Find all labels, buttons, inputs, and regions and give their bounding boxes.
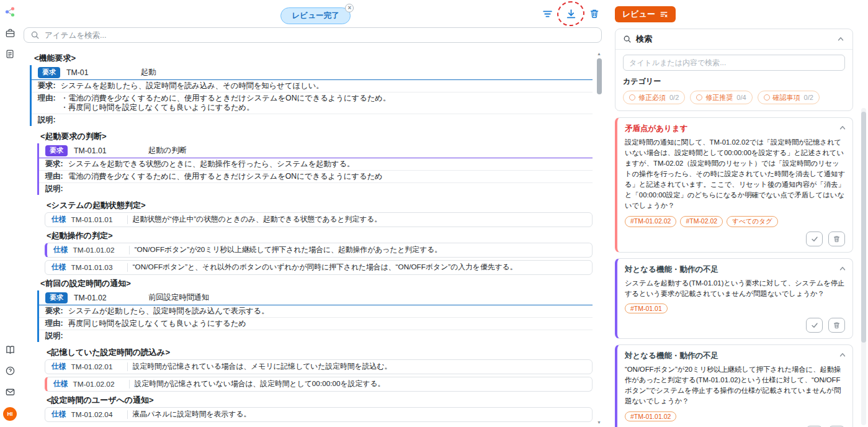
review-search-input[interactable] [623,55,845,71]
filter-count: 0/2 [804,94,813,101]
review-options-icon [660,10,668,19]
search-icon [623,35,632,43]
review-card-actions [625,318,845,333]
spec-id: TM-01.01.03 [71,263,122,272]
item-search-input[interactable] [45,31,595,40]
review-card[interactable]: 矛盾点があります設定時間の通知に関して、TM-01.02.02では「設定時間が記… [615,117,853,253]
panel-scrollbar[interactable] [861,108,866,425]
spec-row[interactable]: 仕様TM-01.01.03“ON/OFFボタン”と、それ以外のボタンのいずれかが… [45,260,593,275]
requirement-title: 起動 [141,67,156,78]
tag-chip[interactable]: #TM-02.02 [680,216,723,227]
requirement-block[interactable]: 要求TM-01起動要求:システムを起動したら、設定時間を読み込み、その時間を知ら… [30,65,593,126]
scrollbar-thumb[interactable] [597,58,602,94]
spec-text: 設定時間が記憶されていない場合は、設定時間として00:00:00を設定する。 [135,379,385,389]
review-card[interactable]: 対となる機能・動作の不足“ON/OFFボタン”が20ミリ秒以上継続して押下された… [615,344,853,427]
field-label: 要求: [38,81,56,91]
field-text-line: システムを起動できる状態のときに、起動操作を行ったら、システムを起動する。 [68,160,355,169]
review-card-title: 矛盾点があります [625,124,845,134]
review-card-title: 対となる機能・動作の不足 [625,264,845,275]
mail-icon[interactable] [4,386,16,397]
divider [127,362,128,371]
requirement-field: 説明: [39,330,593,342]
review-card[interactable]: 対となる機能・動作の不足システムを起動する(TM-01.01)という要求に対して… [615,258,853,339]
user-avatar[interactable]: HI [3,407,17,421]
section-heading: <システムの起動状態判定> [47,200,593,210]
requirement-title: 起動の判断 [148,145,187,156]
chevron-up-icon[interactable] [838,351,847,359]
review-search-body: カテゴリー 修正必須0/2修正推奨0/4確認事項0/2 [615,50,852,110]
review-status-pill[interactable]: レビュー完了 × [280,7,351,24]
spec-text: “ON/OFFボタン”が20ミリ秒以上継続して押下された場合に、起動操作があった… [135,245,442,255]
category-filter-chip[interactable]: 確認事項0/2 [758,91,820,104]
delete-button[interactable] [828,231,845,246]
delete-button[interactable] [828,318,845,333]
requirement-block[interactable]: 要求TM-01.01起動の判断要求:システムを起動できる状態のときに、起動操作を… [37,143,593,195]
filter-icon[interactable] [540,7,554,20]
documents-icon[interactable] [4,48,16,60]
spec-row[interactable]: 仕様TM-01.01.02“ON/OFFボタン”が20ミリ秒以上継続して押下され… [45,243,593,258]
chevron-up-icon[interactable] [838,124,847,132]
scroll-up-icon[interactable]: ▲ [597,51,601,56]
category-filter-chip[interactable]: 修正必須0/2 [623,91,685,104]
approve-button[interactable] [806,318,823,333]
tag-chip[interactable]: #TM-01.02.02 [625,216,676,227]
trash-icon[interactable] [588,7,601,20]
spec-row[interactable]: 仕様TM-01.02.04液晶パネルに設定時間を表示する。 [45,407,593,422]
spec-text: 設定時間が記憶されている場合は、メモリに記憶していた設定時間を読込む。 [133,362,392,372]
scroll-down-icon[interactable]: ▼ [597,420,601,425]
field-label: 理由: [38,94,56,112]
chevron-up-icon[interactable] [838,264,847,273]
field-text: ・電池の消費を少なくするために、使用するときだけシステムをONにできるようにする… [61,94,391,112]
divider [129,380,130,389]
spec-id: TM-01.02.04 [71,410,122,419]
review-search-header[interactable]: 検索 [615,29,852,50]
field-label: 説明: [45,184,63,194]
tag-chip[interactable]: #TM-01.01.02 [625,411,676,421]
spec-type-badge: 仕様 [51,410,66,420]
help-icon[interactable] [4,365,16,376]
field-label: 理由: [45,319,63,328]
field-text-line: ・電池の消費を少なくするために、使用するときだけシステムをONにできるようにする… [61,94,391,103]
spec-row[interactable]: 仕様TM-01.01.01起動状態が“停止中”の状態のときのみ、起動できる状態で… [45,212,593,227]
projects-briefcase-icon[interactable] [4,27,16,38]
manual-book-icon[interactable] [4,344,16,355]
spec-type-badge: 仕様 [53,379,68,389]
radio-icon [629,94,635,101]
requirement-field: 理由:再度同じ時間を設定しなくても良いようにするため [39,317,593,330]
review-search-title: 検索 [636,34,652,45]
review-card-body: 設定時間の通知に関して、TM-01.02.02では「設定時間が記憶されていない場… [625,137,845,211]
approve-button[interactable] [806,231,823,246]
spec-row[interactable]: 仕様TM-01.02.01設定時間が記憶されている場合は、メモリに記憶していた設… [45,359,593,374]
requirement-id: TM-01 [66,68,135,77]
requirement-block[interactable]: 要求TM-01.02前回設定時間通知要求:システムが起動したら、設定時間を読み込… [37,290,593,342]
field-text-line: ・再度同じ時間を設定しなくても良いようにするため。 [61,103,391,112]
requirement-field: 要求:システムを起動できる状態のときに、起動操作を行ったら、システムを起動する。 [39,158,593,170]
tag-chip[interactable]: #TM-01.01 [625,303,668,313]
requirement-field: 説明: [39,182,593,195]
requirement-field: 要求:システムが起動したら、設定時間を読み込んで表示する。 [39,305,593,317]
document-scrollbar[interactable]: ▲ ▼ [596,51,602,425]
filter-count: 0/4 [736,94,746,101]
tag-chip[interactable]: すべてのタグ [727,216,777,227]
download-icon[interactable] [564,7,578,20]
review-card-title: 対となる機能・動作の不足 [625,351,845,361]
item-search[interactable] [24,27,602,43]
section-heading: <機能要求> [34,53,593,63]
section-heading: <前回の設定時間の通知> [40,278,593,289]
scrollbar-thumb[interactable] [861,112,866,343]
spec-id: TM-01.02.02 [73,380,124,389]
close-icon[interactable]: × [345,4,354,12]
field-label: 説明: [45,331,63,341]
requirement-type-badge: 要求 [45,292,68,303]
filter-label: 修正必須 [638,93,666,102]
requirement-field: 理由:・電池の消費を少なくするために、使用するときだけシステムをONにできるよう… [32,92,593,114]
category-filter-chip[interactable]: 修正推奨0/4 [690,91,752,104]
chevron-up-icon[interactable] [836,35,845,43]
spec-row[interactable]: 仕様TM-01.02.02設定時間が記憶されていない場合は、設定時間として00:… [45,377,593,392]
review-card-tags: #TM-01.01 [625,303,845,313]
review-button[interactable]: レビュー [615,6,676,22]
spec-type-badge: 仕様 [51,362,66,372]
review-card-body: “ON/OFFボタン”が20ミリ秒以上継続して押下された場合に、起動操作があった… [625,364,845,407]
requirements-document: <機能要求>要求TM-01起動要求:システムを起動したら、設定時間を読み込み、そ… [24,50,593,427]
app-logo-icon[interactable] [4,6,16,17]
